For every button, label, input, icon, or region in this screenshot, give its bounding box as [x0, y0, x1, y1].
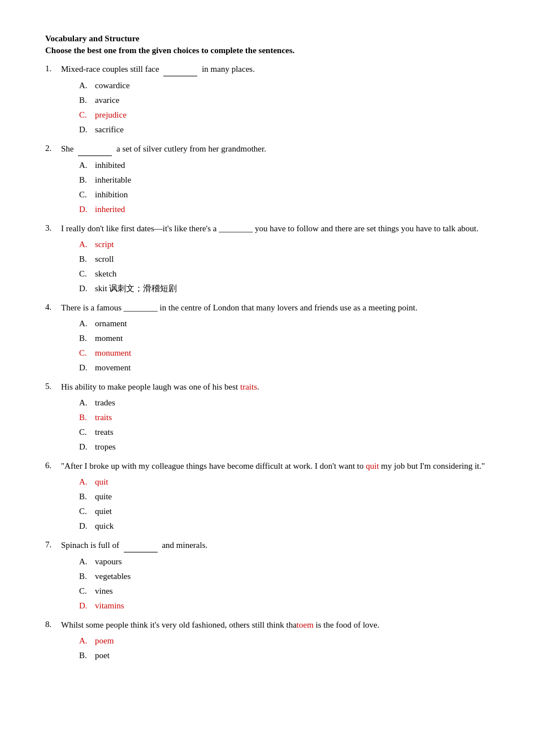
choice-text: quiet: [95, 504, 112, 518]
choice-row: A.poem: [79, 634, 489, 647]
question-text: 4.There is a famous ________ in the cent…: [45, 301, 489, 314]
choice-row: A.ornament: [79, 317, 489, 330]
choice-row: B.inheritable: [79, 173, 489, 187]
choice-row: D.quick: [79, 519, 489, 533]
question-text: 5.His ability to make people laugh was o…: [45, 380, 489, 394]
choice-row: A.quit: [79, 475, 489, 489]
question-text: 8.Whilst some people think it's very old…: [45, 618, 489, 632]
choice-letter: D.: [79, 282, 95, 295]
choice-row: D.skit 讽刺文；滑稽短剧: [79, 282, 489, 295]
choice-row: D.sacrifice: [79, 123, 489, 136]
question-block: 1.Mixed-race couples still face in many …: [45, 62, 489, 136]
choice-letter: B.: [79, 490, 95, 503]
question-text: 2.She a set of silver cutlery from her g…: [45, 142, 489, 156]
choice-letter: D.: [79, 202, 95, 216]
choices-list: A.poemB.poet: [79, 634, 489, 662]
choice-text: inhibition: [95, 188, 128, 201]
question-number: 7.: [45, 538, 61, 551]
choice-letter: A.: [79, 475, 95, 489]
choice-row: B.avarice: [79, 93, 489, 107]
choice-text: tropes: [95, 440, 116, 453]
question-block: 2.She a set of silver cutlery from her g…: [45, 142, 489, 216]
question-block: 3.I really don't like first dates—it's l…: [45, 222, 489, 295]
choice-text: monument: [95, 346, 131, 360]
choice-text: inherited: [95, 202, 125, 216]
choice-letter: A.: [79, 79, 95, 92]
choice-letter: C.: [79, 108, 95, 122]
choice-row: C.quiet: [79, 504, 489, 518]
choice-row: B.quite: [79, 490, 489, 503]
question-text: 7.Spinach is full of and minerals.: [45, 538, 489, 552]
choice-text: skit 讽刺文；滑稽短剧: [95, 282, 177, 295]
choice-letter: B.: [79, 252, 95, 266]
choice-text: trades: [95, 396, 115, 409]
question-body: His ability to make people laugh was one…: [61, 380, 489, 394]
choice-text: sketch: [95, 267, 116, 280]
choice-text: avarice: [95, 93, 119, 107]
choices-list: A.inhibitedB.inheritableC.inhibitionD.in…: [79, 158, 489, 216]
choice-letter: B.: [79, 569, 95, 583]
choice-row: B.moment: [79, 331, 489, 345]
choice-letter: C.: [79, 504, 95, 518]
choice-row: C.treats: [79, 425, 489, 439]
question-body: Mixed-race couples still face in many pl…: [61, 62, 489, 76]
choice-row: C.inhibition: [79, 188, 489, 201]
choice-letter: C.: [79, 584, 95, 598]
choices-list: A.cowardiceB.avariceC.prejudiceD.sacrifi…: [79, 79, 489, 136]
choice-row: C.sketch: [79, 267, 489, 280]
choice-row: A.trades: [79, 396, 489, 409]
question-body: She a set of silver cutlery from her gra…: [61, 142, 489, 156]
choice-text: poet: [95, 649, 110, 662]
choice-text: moment: [95, 331, 123, 345]
choice-row: D.inherited: [79, 202, 489, 216]
choice-row: D.tropes: [79, 440, 489, 453]
choice-letter: C.: [79, 346, 95, 360]
choice-row: B.scroll: [79, 252, 489, 266]
choices-list: A.ornamentB.momentC.monumentD.movement: [79, 317, 489, 374]
question-text: 6."After I broke up with my colleague th…: [45, 459, 489, 473]
question-body: "After I broke up with my colleague thin…: [61, 459, 489, 473]
question-number: 6.: [45, 459, 61, 472]
choice-text: traits: [95, 411, 112, 424]
choice-text: sacrifice: [95, 123, 124, 136]
choice-letter: B.: [79, 173, 95, 187]
choice-text: poem: [95, 634, 114, 647]
question-block: 7.Spinach is full of and minerals.A.vapo…: [45, 538, 489, 612]
choice-letter: C.: [79, 188, 95, 201]
choice-letter: C.: [79, 267, 95, 280]
choice-row: B.traits: [79, 411, 489, 424]
choices-list: A.vapoursB.vegetablesC.vinesD.vitamins: [79, 555, 489, 612]
choice-letter: B.: [79, 411, 95, 424]
question-number: 4.: [45, 301, 61, 314]
question-body: Whilst some people think it's very old f…: [61, 618, 489, 632]
choice-letter: D.: [79, 440, 95, 453]
choice-row: B.vegetables: [79, 569, 489, 583]
choice-letter: D.: [79, 599, 95, 612]
choice-text: inheritable: [95, 173, 131, 187]
question-text: 3.I really don't like first dates—it's l…: [45, 222, 489, 235]
choice-row: A.cowardice: [79, 79, 489, 92]
choice-text: vitamins: [95, 599, 124, 612]
choice-letter: B.: [79, 331, 95, 345]
choice-letter: B.: [79, 649, 95, 662]
question-number: 3.: [45, 222, 61, 235]
question-body: There is a famous ________ in the centre…: [61, 301, 489, 314]
choice-letter: A.: [79, 237, 95, 251]
choice-letter: D.: [79, 519, 95, 533]
choice-row: C.vines: [79, 584, 489, 598]
choice-text: scroll: [95, 252, 114, 266]
choice-text: inhibited: [95, 158, 125, 172]
choice-letter: A.: [79, 158, 95, 172]
question-block: 4.There is a famous ________ in the cent…: [45, 301, 489, 374]
choice-row: C.monument: [79, 346, 489, 360]
choice-letter: A.: [79, 555, 95, 568]
choice-text: movement: [95, 361, 131, 374]
choices-list: A.quitB.quiteC.quietD.quick: [79, 475, 489, 533]
choice-row: D.vitamins: [79, 599, 489, 612]
choice-text: script: [95, 237, 114, 251]
choice-text: quite: [95, 490, 112, 503]
question-block: 8.Whilst some people think it's very old…: [45, 618, 489, 662]
section-title: Vocabulary and Structure: [45, 34, 489, 44]
question-body: Spinach is full of and minerals.: [61, 538, 489, 552]
choice-text: treats: [95, 425, 113, 439]
